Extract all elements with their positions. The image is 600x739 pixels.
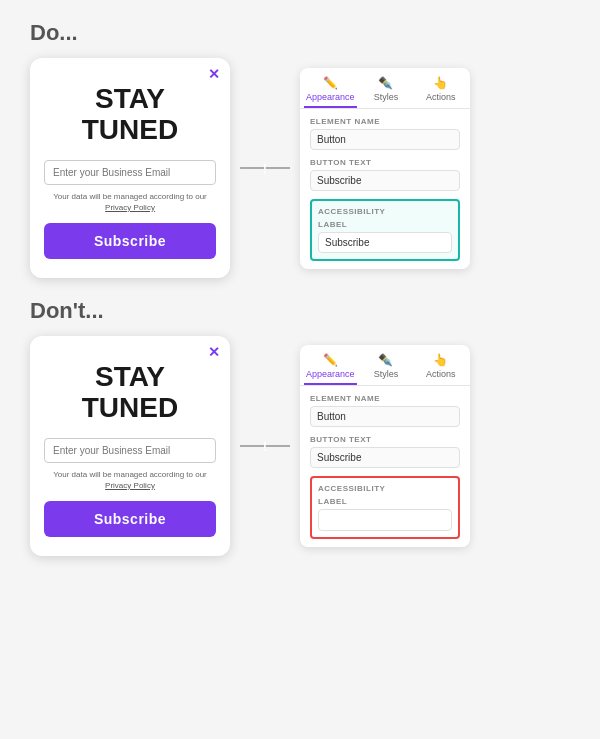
do-subscribe-button[interactable]: Subscribe <box>44 223 216 259</box>
dont-section: Don't... ✕ STAY TUNED Your data will be … <box>30 298 570 556</box>
do-button-text-input[interactable] <box>310 170 460 191</box>
do-props-body: ELEMENT NAME BUTTON TEXT ACCESSIBILITY L… <box>300 109 470 269</box>
dont-button-text-input[interactable] <box>310 447 460 468</box>
dont-label-input[interactable] <box>318 509 452 531</box>
do-button-text-label: BUTTON TEXT <box>310 158 460 167</box>
do-widget-close[interactable]: ✕ <box>208 66 220 82</box>
do-widget-title: STAY TUNED <box>44 84 216 146</box>
dont-accessibility-title: ACCESSIBILITY <box>318 484 452 493</box>
dont-props-tabs: ✏️ Appearance ✒️ Styles 👆 Actions <box>300 345 470 386</box>
appearance-icon: ✏️ <box>323 76 338 90</box>
do-element-name-label: ELEMENT NAME <box>310 117 460 126</box>
do-label: Do... <box>30 20 570 46</box>
dont-privacy-text: Your data will be managed according to o… <box>44 469 216 491</box>
do-props-tabs: ✏️ Appearance ✒️ Styles 👆 Actions <box>300 68 470 109</box>
do-element-name-input[interactable] <box>310 129 460 150</box>
dont-subscribe-button[interactable]: Subscribe <box>44 501 216 537</box>
dont-label-field-label: LABEL <box>318 497 452 506</box>
dont-email-input[interactable] <box>44 438 216 463</box>
dont-tab-appearance[interactable]: ✏️ Appearance <box>304 349 357 385</box>
dont-widget-card: ✕ STAY TUNED Your data will be managed a… <box>30 336 230 556</box>
dont-props-panel: ✏️ Appearance ✒️ Styles 👆 Actions ELEMEN… <box>300 345 470 547</box>
dont-widget-close[interactable]: ✕ <box>208 344 220 360</box>
do-privacy-link[interactable]: Privacy Policy <box>105 203 155 212</box>
dont-tab-styles[interactable]: ✒️ Styles <box>361 349 412 385</box>
do-accessibility-title: ACCESSIBILITY <box>318 207 452 216</box>
actions-icon: 👆 <box>433 76 448 90</box>
do-badge: ! <box>254 157 276 179</box>
do-email-input[interactable] <box>44 160 216 185</box>
dont-button-text-label: BUTTON TEXT <box>310 435 460 444</box>
do-row: ✕ STAY TUNED Your data will be managed a… <box>30 58 570 278</box>
dont-badge: ! <box>254 435 276 457</box>
dont-element-name-input[interactable] <box>310 406 460 427</box>
dont-appearance-icon: ✏️ <box>323 353 338 367</box>
dont-accessibility-section: ACCESSIBILITY LABEL <box>310 476 460 539</box>
do-props-panel: ✏️ Appearance ✒️ Styles 👆 Actions ELEMEN… <box>300 68 470 269</box>
dont-tab-actions[interactable]: 👆 Actions <box>415 349 466 385</box>
do-privacy-text: Your data will be managed according to o… <box>44 191 216 213</box>
dont-element-name-label: ELEMENT NAME <box>310 394 460 403</box>
dont-privacy-link[interactable]: Privacy Policy <box>105 481 155 490</box>
do-accessibility-section: ACCESSIBILITY LABEL <box>310 199 460 261</box>
do-section: Do... ✕ STAY TUNED Your data will be man… <box>30 20 570 278</box>
do-connector: ! <box>240 167 290 169</box>
do-widget-card: ✕ STAY TUNED Your data will be managed a… <box>30 58 230 278</box>
main-container: Do... ✕ STAY TUNED Your data will be man… <box>0 0 600 576</box>
do-tab-appearance[interactable]: ✏️ Appearance <box>304 72 357 108</box>
dont-row: ✕ STAY TUNED Your data will be managed a… <box>30 336 570 556</box>
do-label-input[interactable] <box>318 232 452 253</box>
dont-label: Don't... <box>30 298 570 324</box>
dont-widget-title: STAY TUNED <box>44 362 216 424</box>
do-tab-styles[interactable]: ✒️ Styles <box>361 72 412 108</box>
dont-actions-icon: 👆 <box>433 353 448 367</box>
do-tab-actions[interactable]: 👆 Actions <box>415 72 466 108</box>
dont-connector: ! <box>240 445 290 447</box>
do-label-field-label: LABEL <box>318 220 452 229</box>
styles-icon: ✒️ <box>378 76 393 90</box>
dont-props-body: ELEMENT NAME BUTTON TEXT ACCESSIBILITY L… <box>300 386 470 547</box>
dont-styles-icon: ✒️ <box>378 353 393 367</box>
